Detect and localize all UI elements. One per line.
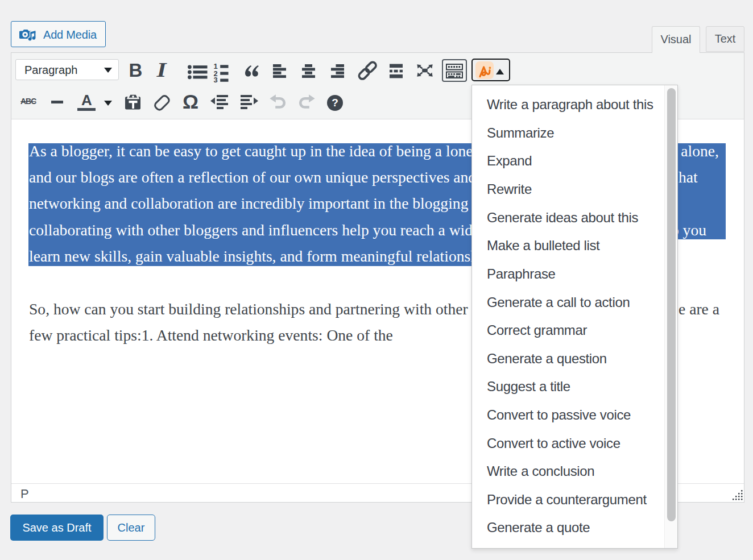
svg-text:3: 3: [214, 76, 218, 83]
